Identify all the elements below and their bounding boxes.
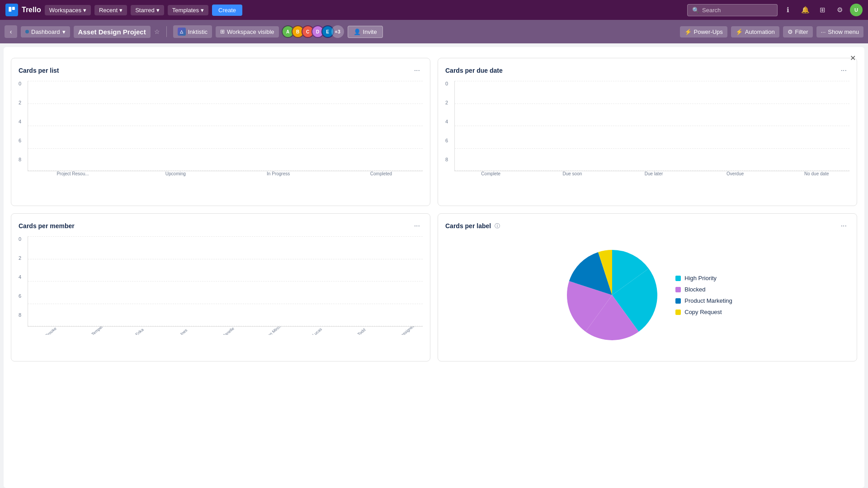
invite-label: Invite (363, 28, 377, 35)
show-menu-label: Show menu (828, 28, 859, 35)
templates-label: Templates (172, 7, 199, 14)
member-label-chris: Chris Tempers... (80, 327, 111, 335)
y-axis-list: 8 6 4 2 0 (19, 81, 28, 171)
bar-label-resou: Project Resou... (31, 171, 114, 176)
legend-label-blocked: Blocked (684, 286, 705, 293)
create-label: Create (218, 7, 236, 14)
member-label-ines: Ines (169, 327, 199, 335)
invite-icon: 👤 (354, 28, 361, 35)
legend-label-product-marketing: Product Marketing (684, 297, 732, 304)
chevron-down-icon: ▾ (62, 28, 66, 35)
members-row: A B C D E +3 (284, 25, 344, 38)
invite-button[interactable]: 👤 Invite (348, 26, 383, 38)
dashboard-button[interactable]: Dashboard ▾ (21, 26, 70, 38)
legend-dot-blocked (675, 287, 681, 292)
bar-label-complete: Complete (458, 171, 524, 176)
chart-header-list: Cards per list ··· (19, 66, 423, 75)
chart-title-list: Cards per list (19, 67, 59, 74)
chevron-down-icon: ▾ (156, 7, 160, 14)
bar-label-upcoming: Upcoming (134, 171, 217, 176)
power-ups-icon: ⚡ (684, 28, 692, 35)
automation-icon: ⚡ (736, 28, 743, 35)
dashboard-label: Dashboard (31, 28, 60, 35)
bar-label-completed: Completed (340, 171, 423, 176)
power-ups-button[interactable]: ⚡ Power-Ups (680, 26, 727, 38)
board-header: ‹ Dashboard ▾ Asset Design Project ☆ △ I… (0, 20, 868, 43)
visibility-button[interactable]: ⊞ Workspace visible (216, 26, 279, 38)
pie-legend: High Priority Blocked Product Marketing … (675, 275, 732, 315)
workspace-button[interactable]: △ Inktistic (173, 25, 212, 38)
chart-header-label: Cards per label ⓘ ··· (445, 221, 849, 231)
filter-icon: ⚙ (788, 28, 793, 35)
info-icon: ⓘ (495, 222, 500, 230)
info-icon-btn[interactable]: ℹ (781, 3, 795, 17)
dashboard-dot-icon (25, 30, 29, 33)
chevron-down-icon: ▾ (119, 7, 123, 14)
member-label-todd: Todd (346, 327, 377, 335)
member-label-janelle: Janelle (213, 327, 244, 335)
trello-icon (5, 4, 18, 16)
member-label-unassigned: Unassigned (391, 327, 421, 335)
bar-chart-member: 8 6 4 2 0 (19, 236, 423, 354)
y-axis-member: 8 6 4 2 0 (19, 236, 28, 327)
chevron-down-icon: ▾ (83, 7, 86, 14)
starred-label: Starred (135, 7, 155, 14)
chart-title-label: Cards per label (445, 222, 491, 230)
workspace-icon: △ (178, 28, 186, 36)
bar-label-inprogress: In Progress (237, 171, 320, 176)
bar-chart-list: 8 6 4 2 0 (19, 81, 423, 198)
y-axis-due: 8 6 4 2 0 (445, 81, 454, 171)
legend-item-product-marketing: Product Marketing (675, 297, 732, 304)
legend-item-high-priority: High Priority (675, 275, 732, 282)
dashboard-content: ✕ Cards per list ··· 8 6 4 2 0 (4, 47, 864, 488)
automation-label: Automation (745, 28, 775, 35)
chart-title-due: Cards per due date (445, 67, 503, 74)
settings-btn[interactable]: ⚙ (833, 3, 846, 17)
cards-per-list-chart: Cards per list ··· 8 6 4 2 0 (11, 58, 430, 206)
chart-menu-label[interactable]: ··· (838, 221, 849, 231)
legend-label-high-priority: High Priority (684, 275, 717, 282)
board-nav-back[interactable]: ‹ (5, 25, 17, 38)
chart-title-member: Cards per member (19, 222, 75, 230)
search-label: Search (702, 7, 721, 14)
automation-button[interactable]: ⚡ Automation (731, 26, 779, 38)
chart-menu-member[interactable]: ··· (411, 221, 423, 231)
member-label-jordan: Jordan Mirchev (257, 327, 288, 335)
user-avatar[interactable]: U (850, 4, 863, 16)
member-label-erika: Erika (124, 327, 155, 335)
templates-menu[interactable]: Templates ▾ (168, 5, 208, 15)
close-button[interactable]: ✕ (846, 52, 859, 64)
notifications-btn[interactable]: 🔔 (798, 3, 812, 17)
recent-menu[interactable]: Recent ▾ (94, 5, 127, 15)
filter-button[interactable]: ⚙ Filter (783, 26, 813, 38)
legend-dot-copy-request (675, 310, 681, 315)
recent-label: Recent (99, 7, 118, 14)
visibility-label: Workspace visible (227, 28, 274, 35)
workspace-name: Inktistic (188, 28, 208, 35)
chart-menu-due[interactable]: ··· (838, 66, 849, 75)
apps-btn[interactable]: ⊞ (816, 3, 829, 17)
board-name-button[interactable]: Asset Design Project (74, 26, 151, 38)
star-button[interactable]: ☆ (154, 28, 160, 35)
legend-item-copy-request: Copy Request (675, 309, 732, 315)
member-count-badge[interactable]: +3 (331, 25, 344, 38)
chart-header-due: Cards per due date ··· (445, 66, 849, 75)
member-label-lucas: Lucas (302, 327, 332, 335)
search-bar[interactable]: 🔍 Search (687, 4, 778, 16)
pie-chart-area: High Priority Blocked Product Marketing … (445, 236, 849, 354)
workspaces-menu[interactable]: Workspaces ▾ (45, 5, 91, 15)
create-button[interactable]: Create (212, 5, 242, 16)
legend-dot-high-priority (675, 276, 681, 281)
svg-rect-0 (9, 7, 11, 12)
cards-per-member-chart: Cards per member ··· 8 6 4 2 0 (11, 213, 430, 361)
charts-grid: Cards per list ··· 8 6 4 2 0 (11, 58, 857, 361)
show-menu-button[interactable]: ··· Show menu (816, 26, 864, 38)
pie-chart-svg (562, 245, 662, 345)
power-ups-label: Power-Ups (694, 28, 723, 35)
brand-name: Trello (22, 6, 41, 14)
chart-header-member: Cards per member ··· (19, 221, 423, 231)
chart-menu-list[interactable]: ··· (411, 66, 423, 75)
board-name-text: Asset Design Project (78, 28, 146, 36)
starred-menu[interactable]: Starred ▾ (131, 5, 164, 15)
cards-per-label-chart: Cards per label ⓘ ··· (438, 213, 857, 361)
